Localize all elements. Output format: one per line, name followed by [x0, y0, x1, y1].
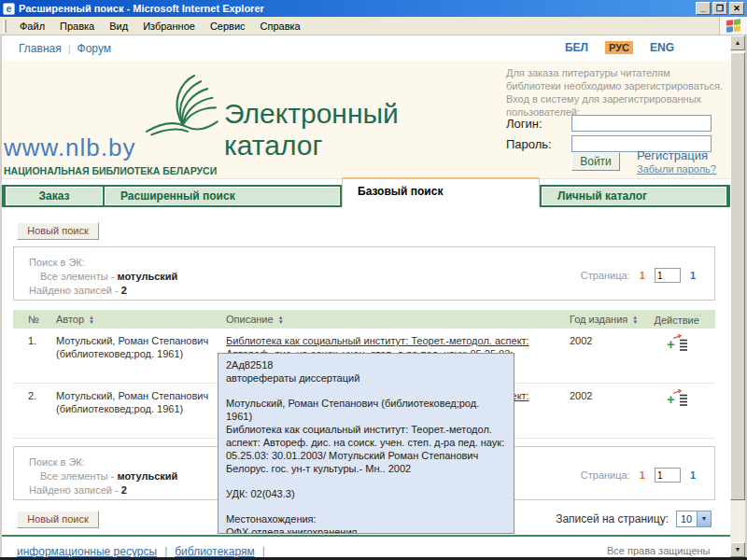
register-link[interactable]: Регистрация — [637, 148, 708, 162]
column-author: Автор▲▼ — [56, 314, 226, 325]
records-per-page-label: Записей на страницу: — [556, 512, 669, 525]
new-search-button-bottom[interactable]: Новый поиск — [17, 511, 99, 528]
page-number-input[interactable] — [655, 268, 681, 283]
vertical-scrollbar[interactable]: ▲ ▼ — [730, 35, 745, 557]
sort-description-icon[interactable]: ▲▼ — [278, 315, 284, 325]
site-url: www.nlb.by — [4, 133, 136, 162]
last-page-link[interactable]: 1 — [690, 469, 696, 481]
menu-favorites[interactable]: Избранное — [135, 19, 203, 34]
windows-logo-icon — [719, 17, 747, 35]
library-logo-icon — [140, 70, 222, 150]
row-number: 2. — [13, 389, 56, 428]
location-label: Местонахождения: — [226, 512, 506, 525]
page-number-input[interactable] — [655, 468, 681, 483]
tab-personal-catalog[interactable]: Личный каталог — [542, 187, 726, 205]
current-page-number[interactable]: 1 — [640, 270, 645, 281]
menu-grip[interactable] — [3, 20, 7, 33]
sort-year-icon[interactable]: ▲▼ — [632, 315, 638, 325]
year-cell: 2002 — [570, 389, 650, 428]
internet-explorer-icon: e — [3, 3, 15, 15]
menu-help[interactable]: Справка — [253, 19, 308, 34]
login-info-text: Для заказа литературы читателям библиоте… — [506, 66, 723, 119]
search-summary-top: Поиск в ЭК: Все элементы - мотульский На… — [13, 246, 715, 301]
login-label: Логин: — [506, 117, 571, 131]
page-label: Страница: — [581, 469, 630, 481]
footer-divider — [2, 535, 730, 537]
column-action: Действие` — [650, 313, 706, 326]
library-name: НАЦИОНАЛЬНАЯ БИБЛИОТЕКА БЕЛАРУСИ — [4, 165, 217, 176]
tab-advanced-search[interactable]: Расширенный поиск — [105, 187, 340, 205]
records-per-page: Записей на страницу: 10 ▼ — [556, 511, 712, 527]
window-titlebar[interactable]: e Расширенный поиск - Microsoft Internet… — [0, 0, 747, 17]
tooltip-author: Мотульский, Роман Степанович (библиотеко… — [226, 397, 506, 423]
menu-edit[interactable]: Правка — [52, 19, 102, 34]
window-title: Расширенный поиск - Microsoft Internet E… — [19, 3, 696, 14]
action-column-mark: ` — [699, 313, 702, 321]
found-count: 2 — [121, 484, 127, 496]
login-input[interactable] — [571, 115, 712, 132]
record-details-tooltip: 2Ад82518 авторефераты диссертаций Мотуль… — [218, 353, 514, 534]
lang-eng-link[interactable]: ENG — [650, 41, 674, 54]
copyright-text: Все права защищены — [607, 545, 710, 556]
librarians-link[interactable]: библиотекарям — [175, 545, 255, 557]
column-year: Год издания▲▼ — [570, 314, 650, 325]
new-search-button-top[interactable]: Новый поиск — [17, 222, 99, 240]
page-label: Страница: — [581, 270, 630, 281]
found-records: Найдено записей - 2 — [29, 484, 127, 496]
last-page-link[interactable]: 1 — [690, 270, 696, 281]
footer-links: информационные ресурсы|библиотекарям| — [17, 545, 273, 557]
scrollbar-thumb[interactable] — [730, 52, 745, 500]
nav-separator: | — [68, 43, 71, 54]
menu-bar: Файл Правка Вид Избранное Сервис Справка — [0, 17, 747, 35]
tab-basic-search[interactable]: Базовый поиск — [342, 177, 540, 207]
menu-tools[interactable]: Сервис — [203, 19, 253, 34]
login-submit-button[interactable]: Войти — [571, 152, 620, 171]
found-count: 2 — [121, 285, 127, 296]
password-label: Пароль: — [506, 137, 571, 151]
add-to-list-button[interactable]: + — [650, 389, 706, 428]
author-cell: Мотульский, Роман Степанович (библиотеко… — [56, 389, 226, 428]
login-panel: Для заказа литературы читателям библиоте… — [506, 66, 723, 175]
site-header: www.nlb.by НАЦИОНАЛЬНАЯ БИБЛИОТЕКА БЕЛАР… — [2, 61, 730, 179]
add-to-list-icon: + — [667, 389, 689, 406]
location-value: ОФХ отдела книгохранения — [226, 525, 506, 534]
records-per-page-value: 10 — [677, 511, 697, 526]
search-scope-label: Поиск в ЭК: — [29, 456, 85, 468]
tab-order[interactable]: Заказ — [6, 187, 103, 205]
sort-author-icon[interactable]: ▲▼ — [89, 315, 94, 325]
menu-file[interactable]: Файл — [12, 19, 52, 34]
dropdown-arrow-icon[interactable]: ▼ — [697, 511, 711, 526]
restore-button[interactable]: ❐ — [712, 2, 727, 15]
lang-bel-link[interactable]: БЕЛ — [565, 41, 588, 54]
pagination-top: Страница: 1 1 — [581, 268, 696, 283]
pagination-bottom: Страница: 1 1 — [581, 468, 696, 483]
add-to-list-button[interactable]: + — [650, 334, 706, 373]
search-query: мотульский — [117, 470, 177, 482]
browser-viewport: Главная|Форум БЕЛ РУС ENG www.nlb.by НАЦ… — [2, 35, 730, 557]
home-link[interactable]: Главная — [19, 42, 62, 55]
column-description: Описание▲▼ — [226, 314, 570, 325]
collection-name: авторефераты диссертаций — [226, 371, 506, 385]
current-page-number[interactable]: 1 — [640, 469, 645, 481]
row-number: 1. — [13, 334, 56, 373]
records-per-page-select[interactable]: 10 ▼ — [676, 511, 712, 527]
info-resources-link[interactable]: информационные ресурсы — [17, 545, 157, 557]
lang-rus-selected[interactable]: РУС — [605, 41, 633, 54]
year-cell: 2002 — [570, 334, 650, 373]
tooltip-description: Библиотека как социальный институт: Теор… — [226, 423, 506, 475]
add-to-list-icon: + — [667, 334, 689, 351]
found-records: Найдено записей - 2 — [29, 285, 127, 296]
shelf-code: 2Ад82518 — [226, 358, 506, 371]
forum-link[interactable]: Форум — [78, 42, 111, 55]
menu-view[interactable]: Вид — [102, 19, 135, 34]
forgot-password-link[interactable]: Забыли пароль? — [637, 163, 716, 175]
minimize-button[interactable]: _ — [696, 2, 711, 15]
catalog-title: Электронный каталог — [224, 98, 399, 161]
top-nav: Главная|Форум БЕЛ РУС ENG — [2, 35, 730, 61]
scroll-down-icon[interactable]: ▼ — [730, 542, 745, 557]
column-number: № — [13, 314, 56, 325]
search-scope-label: Поиск в ЭК: — [29, 257, 85, 268]
scroll-up-icon[interactable]: ▲ — [730, 35, 745, 50]
close-button[interactable]: ✕ — [729, 2, 744, 15]
search-criteria: Все элементы - мотульский — [40, 271, 177, 282]
